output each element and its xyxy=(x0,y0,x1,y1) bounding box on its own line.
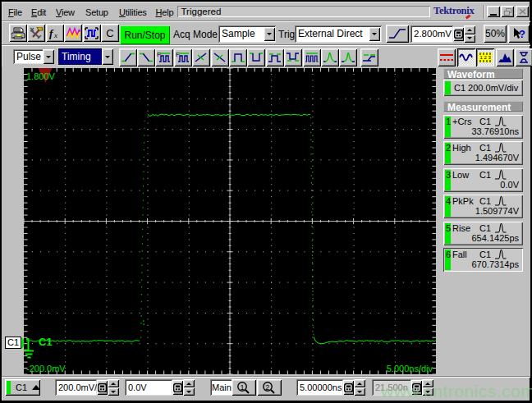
svg-text:C1: C1 xyxy=(39,335,53,347)
svg-text:2: 2 xyxy=(265,383,269,392)
svg-text:x: x xyxy=(53,31,57,39)
svg-text:1.800V: 1.800V xyxy=(26,71,56,81)
svg-text:-200.0mV: -200.0mV xyxy=(26,364,66,373)
svg-text:?: ? xyxy=(519,28,525,40)
svg-text:F: F xyxy=(176,51,180,58)
svg-text:1: 1 xyxy=(241,383,245,392)
svg-text:5.000ns/div: 5.000ns/div xyxy=(386,364,433,373)
svg-text:1 2 3: 1 2 3 xyxy=(480,55,492,60)
